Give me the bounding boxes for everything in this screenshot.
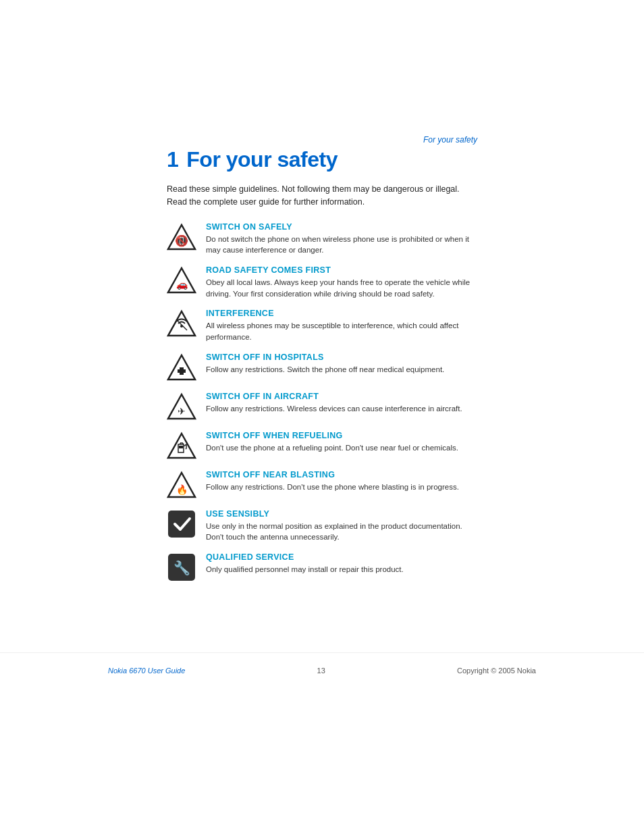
blasting-desc: Follow any restrictions. Don't use the p… (206, 481, 477, 493)
interference-title: INTERFERENCE (206, 309, 477, 318)
svg-text:✈: ✈ (178, 406, 186, 417)
chapter-number: 1 (167, 147, 178, 172)
safety-item-qualified-service: 🔧 QUALIFIED SERVICE Only qualified perso… (167, 552, 477, 582)
qualified-service-icon: 🔧 (167, 552, 196, 582)
safety-item-blasting: 🔥 SWITCH OFF NEAR BLASTING Follow any re… (167, 470, 477, 500)
road-safety-icon: 🚗 (167, 265, 196, 295)
interference-icon (167, 309, 196, 338)
svg-rect-11 (178, 369, 186, 373)
svg-line-8 (176, 319, 187, 330)
blasting-title: SWITCH OFF NEAR BLASTING (206, 470, 477, 479)
refueling-icon (167, 431, 196, 461)
content-area: For your safety 1For your safety Read th… (59, 0, 585, 632)
svg-text:🚫: 🚫 (176, 235, 188, 246)
hospitals-desc: Follow any restrictions. Switch the phon… (206, 364, 477, 375)
svg-rect-16 (179, 446, 183, 448)
switch-on-safely-content: SWITCH ON SAFELY Do not switch the phone… (206, 222, 477, 256)
switch-on-safely-desc: Do not switch the phone on when wireless… (206, 234, 477, 256)
svg-text:🔥: 🔥 (176, 484, 188, 496)
footer-right: Copyright © 2005 Nokia (457, 667, 536, 675)
refueling-content: SWITCH OFF WHEN REFUELING Don't use the … (206, 431, 477, 454)
road-safety-desc: Obey all local laws. Always keep your ha… (206, 277, 477, 299)
safety-item-use-sensibly: USE SENSIBLY Use only in the normal posi… (167, 509, 477, 543)
svg-rect-22 (168, 511, 195, 538)
refueling-title: SWITCH OFF WHEN REFUELING (206, 431, 477, 440)
aircraft-icon: ✈ (167, 392, 196, 421)
use-sensibly-desc: Use only in the normal position as expla… (206, 521, 477, 543)
road-safety-content: ROAD SAFETY COMES FIRST Obey all local l… (206, 265, 477, 299)
qualified-service-desc: Only qualified personnel may install or … (206, 564, 477, 575)
blasting-content: SWITCH OFF NEAR BLASTING Follow any rest… (206, 470, 477, 493)
safety-item-hospitals: SWITCH OFF IN HOSPITALS Follow any restr… (167, 353, 477, 382)
safety-item-road-safety: 🚗 ROAD SAFETY COMES FIRST Obey all local… (167, 265, 477, 299)
use-sensibly-icon (167, 509, 196, 539)
blasting-icon: 🔥 (167, 470, 196, 500)
interference-desc: All wireless phones may be susceptible t… (206, 320, 477, 342)
safety-item-aircraft: ✈ SWITCH OFF IN AIRCRAFT Follow any rest… (167, 392, 477, 421)
aircraft-content: SWITCH OFF IN AIRCRAFT Follow any restri… (206, 392, 477, 415)
svg-text:🔧: 🔧 (173, 560, 190, 576)
safety-item-refueling: SWITCH OFF WHEN REFUELING Don't use the … (167, 431, 477, 461)
switch-on-safely-title: SWITCH ON SAFELY (206, 222, 477, 232)
use-sensibly-title: USE SENSIBLY (206, 509, 477, 519)
safety-item-switch-on-safely: 📵 ! 🚫 SWITCH ON SAFELY Do not switch the… (167, 222, 477, 256)
interference-content: INTERFERENCE All wireless phones may be … (206, 309, 477, 342)
switch-on-safely-icon: 📵 ! 🚫 (167, 222, 196, 252)
qualified-service-title: QUALIFIED SERVICE (206, 552, 477, 562)
svg-marker-6 (168, 311, 195, 336)
hospitals-icon (167, 353, 196, 382)
aircraft-title: SWITCH OFF IN AIRCRAFT (206, 392, 477, 401)
svg-text:🚗: 🚗 (176, 279, 188, 290)
aircraft-desc: Follow any restrictions. Wireless device… (206, 403, 477, 415)
qualified-service-content: QUALIFIED SERVICE Only qualified personn… (206, 552, 477, 575)
intro-text: Read these simple guidelines. Not follow… (167, 183, 477, 209)
footer: Nokia 6670 User Guide 13 Copyright © 200… (0, 652, 644, 688)
footer-left: Nokia 6670 User Guide (108, 667, 185, 675)
section-label: For your safety (167, 135, 477, 145)
page: For your safety 1For your safety Read th… (0, 0, 644, 834)
footer-page-number: 13 (317, 667, 325, 675)
safety-item-interference: INTERFERENCE All wireless phones may be … (167, 309, 477, 342)
chapter-heading: 1For your safety (167, 147, 477, 172)
refueling-desc: Don't use the phone at a refueling point… (206, 442, 477, 454)
hospitals-content: SWITCH OFF IN HOSPITALS Follow any restr… (206, 353, 477, 375)
use-sensibly-content: USE SENSIBLY Use only in the normal posi… (206, 509, 477, 543)
road-safety-title: ROAD SAFETY COMES FIRST (206, 265, 477, 275)
hospitals-title: SWITCH OFF IN HOSPITALS (206, 353, 477, 362)
